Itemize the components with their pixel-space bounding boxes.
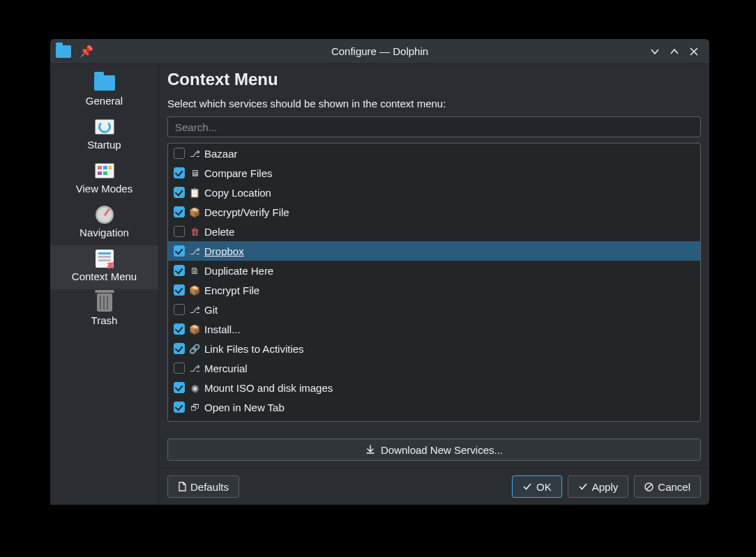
service-checkbox[interactable] [174,284,185,296]
service-row[interactable]: 📦Install... [168,319,700,339]
trash-icon [97,293,112,312]
service-label: Link Files to Activities [204,343,304,355]
service-checkbox[interactable] [174,148,185,159]
maximize-button[interactable] [665,42,684,61]
service-checkbox[interactable] [174,363,185,374]
defaults-label: Defaults [190,481,229,493]
service-row[interactable]: ⎇Mercurial [168,358,700,378]
service-checkbox[interactable] [174,343,185,354]
service-label: Compare Files [204,167,273,179]
search-input[interactable] [167,116,701,137]
ctx-icon [96,250,114,268]
download-services-label: Download New Services... [381,444,503,456]
service-checkbox[interactable] [174,382,185,393]
sidebar-item-general[interactable]: General [50,70,158,114]
service-checkbox[interactable] [174,226,185,237]
dialog-footer: Defaults OK Apply Cancel [159,468,709,505]
startup-icon [95,119,114,135]
install-icon: 📦 [189,323,200,335]
defaults-button[interactable]: Defaults [167,475,239,498]
sidebar-item-label: Startup [87,139,121,151]
check-icon [522,482,532,491]
vcs-icon: ⎇ [189,304,200,315]
service-checkbox[interactable] [174,265,185,276]
sidebar: GeneralStartupView ModesNavigationContex… [50,64,159,505]
service-row[interactable]: ⎇Bazaar [168,144,700,163]
nav-icon [96,206,114,224]
configure-dialog: 📌 Configure — Dolphin GeneralStartupView… [50,39,709,505]
dropbox-icon: ⎇ [189,245,200,257]
close-icon [690,47,698,56]
apply-button[interactable]: Apply [568,475,629,498]
service-label: Duplicate Here [204,265,273,277]
service-checkbox[interactable] [174,245,185,257]
sidebar-item-label: Context Menu [72,270,137,282]
service-row[interactable]: 📋Copy Location [168,183,700,202]
service-checkbox[interactable] [174,167,185,178]
service-row[interactable]: 🔗Link Files to Activities [168,339,700,358]
service-row[interactable]: ⎇Dropbox [168,241,700,261]
apply-label: Apply [592,481,619,493]
services-list[interactable]: ⎇Bazaar🖥Compare Files📋Copy Location📦Decr… [167,143,701,422]
service-checkbox[interactable] [174,323,185,335]
sidebar-item-startup[interactable]: Startup [50,114,158,158]
sidebar-item-navigation[interactable]: Navigation [50,201,158,245]
service-row[interactable]: ◉Mount ISO and disk images [168,378,700,397]
service-label: Bazaar [204,148,238,160]
decrypt-icon: 📦 [189,206,200,218]
main-panel: Context Menu Select which services shoul… [159,64,709,505]
vcs-icon: ⎇ [189,363,200,374]
app-icon [56,45,71,58]
sidebar-item-context-menu[interactable]: Context Menu [50,245,158,289]
service-checkbox[interactable] [174,206,185,218]
pin-button[interactable]: 📌 [77,42,96,61]
encrypt-icon: 📦 [189,284,200,296]
service-row[interactable]: 🖥Compare Files [168,163,700,183]
service-label: Decrypt/Verify File [204,206,289,218]
sidebar-item-view-modes[interactable]: View Modes [50,158,158,201]
sidebar-item-label: Navigation [80,227,129,238]
service-row[interactable]: 📦Encrypt File [168,280,700,300]
sidebar-item-label: View Modes [76,183,133,194]
viewmodes-icon [95,163,114,178]
delete-icon: 🗑 [189,226,200,237]
sidebar-item-label: General [86,95,123,107]
titlebar: 📌 Configure — Dolphin [50,39,709,64]
service-label: Mount ISO and disk images [204,382,333,394]
chevron-up-icon [670,47,679,56]
check-icon [578,482,588,491]
sidebar-item-label: Trash [91,314,118,326]
service-label: Dropbox [204,245,244,257]
service-row[interactable]: ⎇Git [168,300,700,319]
cancel-icon [644,482,653,491]
download-services-button[interactable]: Download New Services... [167,438,701,461]
folder-icon [94,75,115,91]
service-row[interactable]: 📦Decrypt/Verify File [168,202,700,222]
sidebar-item-trash[interactable]: Trash [50,289,158,333]
page-title: Context Menu [159,64,709,92]
vcs-icon: ⎇ [189,148,200,159]
minimize-button[interactable] [645,42,665,61]
cancel-button[interactable]: Cancel [634,475,701,498]
window-title: Configure — Dolphin [119,45,641,57]
ok-label: OK [536,481,552,493]
service-row[interactable]: 🗑Delete [168,222,700,241]
cancel-label: Cancel [658,481,690,493]
service-checkbox[interactable] [174,187,185,198]
compare-icon: 🖥 [189,167,200,178]
service-checkbox[interactable] [174,402,185,413]
newtab-icon: 🗗 [189,402,200,413]
close-button[interactable] [684,42,704,61]
service-label: Install... [204,323,241,335]
ok-button[interactable]: OK [512,475,562,498]
document-icon [178,482,186,491]
service-checkbox[interactable] [174,304,185,315]
duplicate-icon: 🗎 [189,265,200,276]
copy-icon: 📋 [189,187,200,198]
chevron-down-icon [650,47,660,56]
service-row[interactable]: 🗎Duplicate Here [168,261,700,280]
service-label: Delete [204,226,234,238]
service-row[interactable]: 🗗Open in New Tab [168,397,700,417]
pin-icon: 📌 [80,45,93,58]
link-icon: 🔗 [189,343,200,354]
